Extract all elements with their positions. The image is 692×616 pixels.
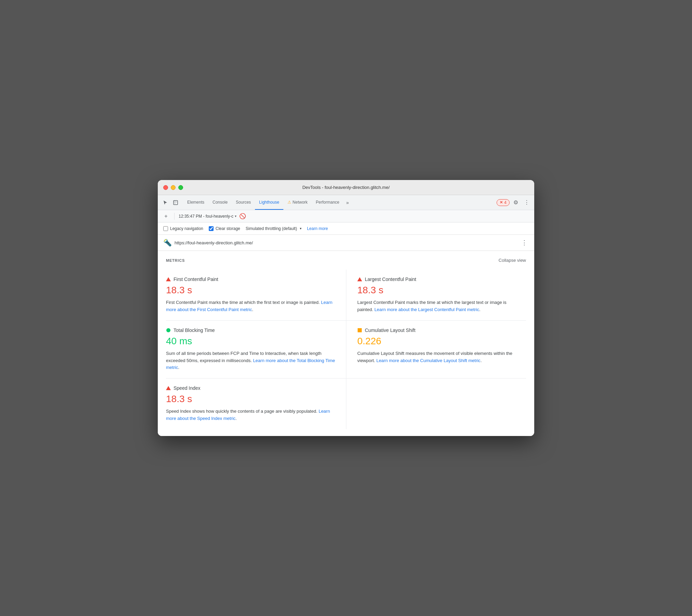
si-indicator: [166, 386, 171, 390]
error-x-icon: ✕: [500, 200, 503, 205]
tool-icons: [161, 198, 180, 207]
settings-icon[interactable]: ⚙: [511, 198, 521, 207]
cls-learn-more-link[interactable]: Learn more about the Cumulative Layout S…: [376, 358, 480, 363]
lighthouse-icon: 🔦: [163, 239, 172, 247]
titlebar: DevTools - foul-heavenly-direction.glitc…: [158, 180, 534, 195]
url-chip-text: 12:35:47 PM - foul-heavenly-c: [179, 214, 233, 219]
tab-console[interactable]: Console: [208, 195, 232, 210]
cls-indicator: [357, 328, 362, 333]
chevron-down-icon: ▾: [235, 214, 236, 218]
svg-rect-0: [174, 201, 178, 205]
triangle-red-icon-si: [166, 386, 171, 390]
cls-name: Cumulative Layout Shift: [365, 328, 415, 333]
toolbar-row: + 12:35:47 PM - foul-heavenly-c ▾ 🚫: [158, 210, 534, 222]
fcp-description: First Contentful Paint marks the time at…: [166, 299, 339, 313]
add-button[interactable]: +: [162, 212, 170, 220]
devtools-right-controls: ✕ 4 ⚙ ⋮: [497, 198, 531, 207]
fcp-indicator: [166, 277, 171, 282]
fcp-name: First Contentful Paint: [174, 277, 218, 282]
tab-network[interactable]: ⚠ Network: [283, 195, 312, 210]
network-warning-icon: ⚠: [287, 200, 291, 205]
tbt-name: Total Blocking Time: [174, 328, 215, 333]
inspect-icon[interactable]: [171, 198, 180, 207]
traffic-lights: [163, 185, 183, 190]
tab-performance[interactable]: Performance: [312, 195, 344, 210]
si-name: Speed Index: [174, 385, 201, 391]
metric-header-fcp: First Contentful Paint: [166, 277, 339, 282]
maximize-button[interactable]: [178, 185, 183, 190]
devtools-tabs: Elements Console Sources Lighthouse ⚠ Ne…: [158, 195, 534, 210]
legacy-nav-input[interactable]: [163, 226, 168, 231]
metric-header-si: Speed Index: [166, 385, 339, 391]
circle-green-icon: [166, 328, 170, 332]
metric-header-lcp: Largest Contentful Paint: [357, 277, 519, 282]
window-title: DevTools - foul-heavenly-direction.glitc…: [302, 185, 389, 190]
tab-list: Elements Console Sources Lighthouse ⚠ Ne…: [183, 195, 497, 210]
content-area: METRICS Collapse view First Contentful P…: [158, 251, 534, 436]
metric-header-cls: Cumulative Layout Shift: [357, 328, 519, 333]
metric-empty-cell: [346, 378, 526, 429]
url-display: https://foul-heavenly-direction.glitch.m…: [175, 240, 517, 245]
throttling-select[interactable]: Simulated throttling (default) ▾: [246, 226, 302, 231]
metric-first-contentful-paint: First Contentful Paint 18.3 s First Cont…: [166, 270, 346, 321]
lcp-description: Largest Contentful Paint marks the time …: [357, 299, 519, 313]
square-orange-icon: [358, 328, 362, 332]
blocked-icon[interactable]: 🚫: [239, 213, 246, 219]
learn-more-link[interactable]: Learn more: [307, 226, 328, 231]
divider: [174, 213, 175, 220]
cls-value: 0.226: [357, 336, 519, 347]
metric-header-tbt: Total Blocking Time: [166, 328, 339, 333]
url-chip[interactable]: 12:35:47 PM - foul-heavenly-c ▾: [179, 214, 236, 219]
legacy-nav-checkbox[interactable]: Legacy navigation: [163, 226, 203, 231]
clear-storage-label: Clear storage: [216, 226, 240, 231]
tab-sources[interactable]: Sources: [232, 195, 255, 210]
tbt-value: 40 ms: [166, 336, 339, 347]
tab-elements[interactable]: Elements: [183, 195, 208, 210]
clear-storage-input[interactable]: [209, 226, 214, 231]
tbt-description: Sum of all time periods between FCP and …: [166, 350, 339, 371]
more-options-icon[interactable]: ⋮: [522, 198, 531, 207]
si-description: Speed Index shows how quickly the conten…: [166, 408, 339, 422]
lcp-learn-more-link[interactable]: Learn more about the Largest Contentful …: [374, 307, 479, 312]
metric-speed-index: Speed Index 18.3 s Speed Index shows how…: [166, 378, 346, 429]
fcp-value: 18.3 s: [166, 285, 339, 296]
throttling-chevron-icon: ▾: [300, 227, 302, 230]
minimize-button[interactable]: [171, 185, 176, 190]
legacy-nav-label: Legacy navigation: [170, 226, 203, 231]
options-row: Legacy navigation Clear storage Simulate…: [158, 222, 534, 235]
metrics-header: METRICS Collapse view: [166, 258, 526, 263]
error-badge[interactable]: ✕ 4: [497, 199, 510, 206]
url-bar-row: 🔦 https://foul-heavenly-direction.glitch…: [158, 235, 534, 251]
error-count: 4: [504, 200, 507, 205]
collapse-view-button[interactable]: Collapse view: [499, 258, 526, 263]
tbt-indicator: [166, 328, 171, 333]
metric-total-blocking-time: Total Blocking Time 40 ms Sum of all tim…: [166, 321, 346, 378]
triangle-red-icon: [166, 277, 171, 281]
devtools-window: DevTools - foul-heavenly-direction.glitc…: [158, 180, 534, 436]
lcp-value: 18.3 s: [357, 285, 519, 296]
lcp-indicator: [357, 277, 362, 282]
more-tabs-button[interactable]: »: [344, 200, 352, 205]
metrics-title: METRICS: [166, 258, 185, 262]
metric-largest-contentful-paint: Largest Contentful Paint 18.3 s Largest …: [346, 270, 526, 321]
triangle-red-icon-lcp: [357, 277, 362, 281]
si-value: 18.3 s: [166, 394, 339, 405]
cursor-icon[interactable]: [161, 198, 170, 207]
throttling-label: Simulated throttling (default): [246, 226, 297, 231]
cls-description: Cumulative Layout Shift measures the mov…: [357, 350, 519, 364]
metrics-grid: First Contentful Paint 18.3 s First Cont…: [166, 270, 526, 429]
close-button[interactable]: [163, 185, 168, 190]
metric-cumulative-layout-shift: Cumulative Layout Shift 0.226 Cumulative…: [346, 321, 526, 378]
clear-storage-checkbox[interactable]: Clear storage: [209, 226, 240, 231]
tab-lighthouse[interactable]: Lighthouse: [255, 195, 283, 210]
url-bar-more-icon[interactable]: ⋮: [520, 238, 529, 248]
lcp-name: Largest Contentful Paint: [365, 277, 416, 282]
